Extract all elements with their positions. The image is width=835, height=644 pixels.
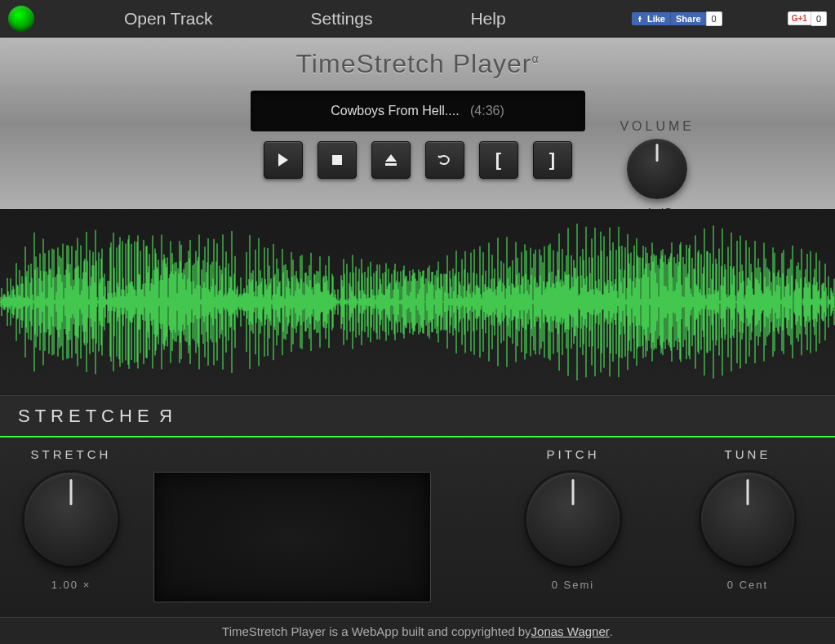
footer-text: TimeStretch Player is a WebApp built and… xyxy=(222,624,531,638)
nav-settings[interactable]: Settings xyxy=(311,9,373,29)
pitch-label: PITCH xyxy=(526,447,620,461)
footer: TimeStretch Player is a WebApp built and… xyxy=(0,617,835,644)
controls-panel: STRETCH 1.00 × PITCH 0 Semi TUNE 0 Cent xyxy=(0,437,835,617)
loop-start-button[interactable]: [ xyxy=(479,141,518,179)
bracket-open-icon: [ xyxy=(495,149,501,171)
track-display: Cowboys From Hell.... (4:36) xyxy=(251,91,585,131)
stretch-label: STRETCH xyxy=(24,447,118,461)
track-time: (4:36) xyxy=(470,104,504,118)
volume-section: VOLUME -4 dB xyxy=(620,119,695,218)
header-panel: TimeStretch Playerα Cowboys From Hell...… xyxy=(0,38,835,209)
pitch-knob[interactable] xyxy=(526,473,620,566)
waveform-display[interactable] xyxy=(0,209,835,395)
top-bar: Open Track Settings Help Like Share 0 G+… xyxy=(0,0,835,38)
transport-controls: [ ] xyxy=(0,141,835,179)
stretch-readout: 1.00 × xyxy=(24,579,118,591)
stretch-graph[interactable] xyxy=(153,472,431,602)
play-button[interactable] xyxy=(264,141,303,179)
eject-icon xyxy=(384,153,398,167)
tune-label: TUNE xyxy=(701,447,794,461)
volume-knob[interactable] xyxy=(627,139,687,199)
svg-rect-0 xyxy=(332,155,342,165)
fb-like-button[interactable]: Like xyxy=(632,12,670,25)
track-name: Cowboys From Hell.... xyxy=(331,104,459,118)
stop-icon xyxy=(331,154,343,166)
fb-count: 0 xyxy=(706,11,722,26)
nav-help[interactable]: Help xyxy=(470,9,505,29)
pitch-readout: 0 Semi xyxy=(526,579,620,591)
facebook-widget[interactable]: Like Share 0 xyxy=(632,11,722,26)
stretch-knob[interactable] xyxy=(24,473,118,566)
fb-share-button[interactable]: Share xyxy=(670,12,706,25)
app-title: TimeStretch Playerα xyxy=(0,49,835,79)
gplus-widget[interactable]: G+1 0 xyxy=(788,11,827,26)
loop-icon xyxy=(437,153,452,167)
pitch-control: PITCH 0 Semi xyxy=(526,447,620,591)
loop-end-button[interactable]: ] xyxy=(533,141,572,179)
eject-button[interactable] xyxy=(371,141,411,179)
stop-button[interactable] xyxy=(318,141,357,179)
stretcher-header: STRETCHER xyxy=(0,395,835,436)
stretcher-title: STRETCHER xyxy=(18,406,171,427)
stretch-control: STRETCH 1.00 × xyxy=(24,447,118,591)
gplus-count: 0 xyxy=(811,11,827,26)
author-link[interactable]: Jonas Wagner xyxy=(531,624,610,638)
tune-control: TUNE 0 Cent xyxy=(701,447,794,591)
gplus-button[interactable]: G+1 xyxy=(788,11,811,25)
loop-button[interactable] xyxy=(425,141,464,179)
tune-knob[interactable] xyxy=(701,473,794,566)
tune-readout: 0 Cent xyxy=(701,579,794,591)
app-logo[interactable] xyxy=(8,6,34,32)
nav-open-track[interactable]: Open Track xyxy=(124,9,213,29)
play-icon xyxy=(278,153,289,167)
bracket-close-icon: ] xyxy=(549,149,555,171)
volume-label: VOLUME xyxy=(620,119,695,134)
